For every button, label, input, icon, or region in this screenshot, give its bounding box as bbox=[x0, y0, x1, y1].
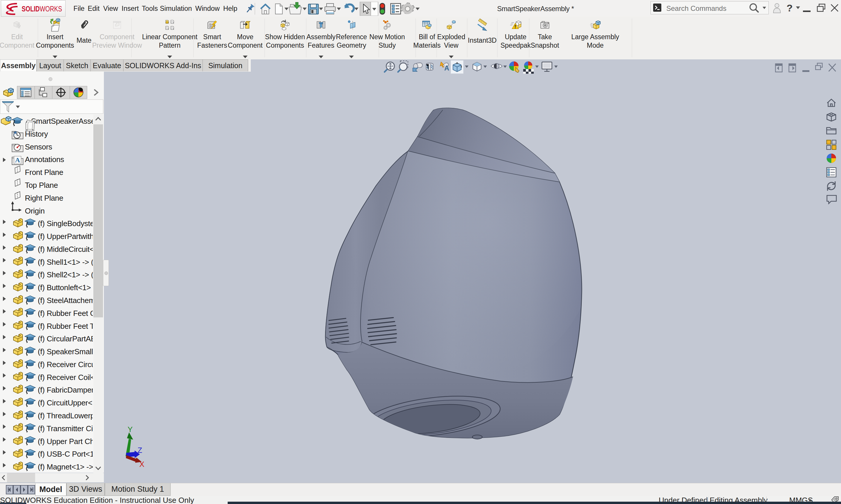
svg-text:A: A bbox=[15, 156, 20, 164]
svg-text:Y: Y bbox=[128, 425, 132, 434]
svg-text:A: A bbox=[444, 64, 449, 72]
svg-text:SOLIDWORKS: SOLIDWORKS bbox=[22, 4, 62, 13]
svg-text:X: X bbox=[139, 460, 144, 469]
svg-text:Z: Z bbox=[138, 446, 142, 454]
